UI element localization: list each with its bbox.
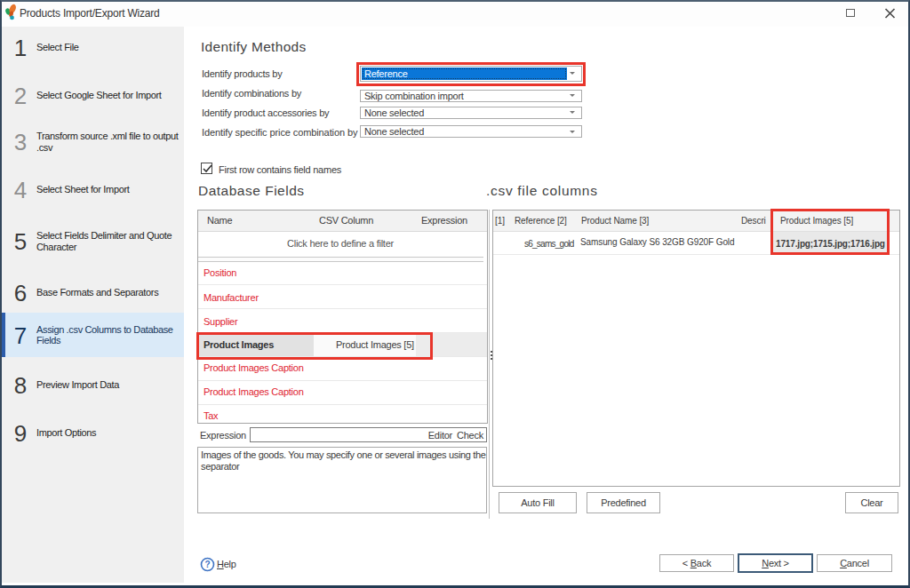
svg-text:?: ? <box>204 560 210 569</box>
